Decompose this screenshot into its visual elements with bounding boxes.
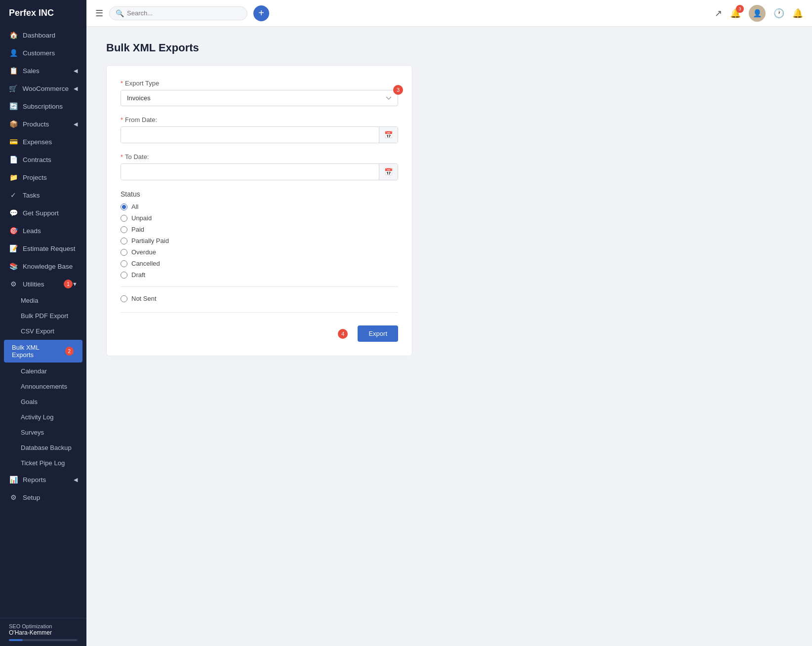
estimate-request-icon: 📝 xyxy=(9,244,18,252)
status-paid-label: Paid xyxy=(131,226,144,233)
setup-icon: ⚙ xyxy=(9,493,18,501)
sidebar-item-get-support[interactable]: 💬 Get Support xyxy=(0,204,86,222)
from-date-calendar-icon[interactable]: 📅 xyxy=(379,127,398,143)
sidebar-sub-item-database-backup[interactable]: Database Backup xyxy=(0,440,86,455)
status-all-radio[interactable] xyxy=(121,203,127,210)
search-input[interactable] xyxy=(127,9,241,17)
sidebar-sub-item-bulk-pdf-export[interactable]: Bulk PDF Export xyxy=(0,308,86,323)
sales-icon: 📋 xyxy=(9,67,18,75)
status-cancelled-label: Cancelled xyxy=(131,260,160,267)
search-icon: 🔍 xyxy=(116,9,124,17)
sidebar-item-contracts[interactable]: 📄 Contracts xyxy=(0,151,86,168)
sidebar-item-expenses[interactable]: 💳 Expenses xyxy=(0,133,86,151)
status-partially-paid-radio[interactable] xyxy=(121,238,127,244)
sidebar-item-sales[interactable]: 📋 Sales ◀ xyxy=(0,62,86,80)
sidebar-item-label: Utilities xyxy=(23,281,44,288)
status-draft[interactable]: Draft xyxy=(121,271,398,279)
status-cancelled[interactable]: Cancelled xyxy=(121,260,398,267)
export-type-wrapper: Invoices Estimates Credit Notes Expenses… xyxy=(121,90,398,106)
status-all[interactable]: All xyxy=(121,203,398,210)
sidebar-item-label: Reports xyxy=(23,476,46,484)
sidebar-sub-item-goals[interactable]: Goals xyxy=(0,394,86,409)
knowledge-base-icon: 📚 xyxy=(9,262,18,270)
status-extra-radio-group: Not Sent xyxy=(121,295,398,302)
status-unpaid[interactable]: Unpaid xyxy=(121,214,398,222)
sidebar-item-label: Products xyxy=(23,121,49,128)
woocommerce-arrow: ◀ xyxy=(74,85,78,92)
media-label: Media xyxy=(21,297,38,304)
avatar[interactable]: 👤 xyxy=(749,5,766,22)
sidebar-item-setup[interactable]: ⚙ Setup xyxy=(0,488,86,506)
sidebar-item-knowledge-base[interactable]: 📚 Knowledge Base xyxy=(0,257,86,275)
status-paid-radio[interactable] xyxy=(121,226,127,233)
to-date-wrapper: 📅 xyxy=(121,163,398,180)
sidebar-item-estimate-request[interactable]: 📝 Estimate Request xyxy=(0,240,86,257)
status-overdue-radio[interactable] xyxy=(121,249,127,256)
header-actions: ↗ 🔔 3 👤 🕐 🔔 xyxy=(715,5,803,22)
share-icon[interactable]: ↗ xyxy=(715,8,722,19)
task-progress-fill xyxy=(9,639,23,641)
status-draft-radio[interactable] xyxy=(121,272,127,279)
export-type-group: * Export Type Invoices Estimates Credit … xyxy=(121,80,398,106)
status-all-label: All xyxy=(131,203,138,210)
export-type-select[interactable]: Invoices Estimates Credit Notes Expenses… xyxy=(121,90,398,106)
products-arrow: ◀ xyxy=(74,121,78,127)
status-divider xyxy=(121,286,398,287)
status-partially-paid[interactable]: Partially Paid xyxy=(121,237,398,244)
sidebar-sub-item-media[interactable]: Media xyxy=(0,293,86,308)
sidebar-sub-item-activity-log[interactable]: Activity Log xyxy=(0,409,86,425)
content-area: Bulk XML Exports * Export Type Invoices … xyxy=(86,27,812,646)
sidebar-item-tasks[interactable]: ✓ Tasks xyxy=(0,186,86,204)
sidebar-item-woocommerce[interactable]: 🛒 WooCommerce ◀ xyxy=(0,80,86,97)
clock-icon[interactable]: 🕐 xyxy=(773,8,784,19)
bell-icon[interactable]: 🔔 xyxy=(792,8,803,19)
sidebar-sub-item-announcements[interactable]: Announcements xyxy=(0,379,86,394)
sidebar-item-products[interactable]: 📦 Products ◀ xyxy=(0,115,86,133)
add-button[interactable]: + xyxy=(253,5,269,21)
status-cancelled-radio[interactable] xyxy=(121,260,127,267)
utilities-icon: ⚙ xyxy=(9,280,18,288)
main-area: ☰ 🔍 + ↗ 🔔 3 👤 🕐 🔔 Bulk XML Exports * Exp xyxy=(86,0,812,646)
get-support-icon: 💬 xyxy=(9,209,18,217)
page-title: Bulk XML Exports xyxy=(106,41,792,54)
status-not-sent[interactable]: Not Sent xyxy=(121,295,398,302)
sidebar-item-label: Get Support xyxy=(23,209,59,217)
ticket-pipe-log-label: Ticket Pipe Log xyxy=(21,459,65,467)
export-type-text: Export Type xyxy=(125,80,159,87)
sidebar-item-subscriptions[interactable]: 🔄 Subscriptions xyxy=(0,97,86,115)
sidebar-item-dashboard[interactable]: 🏠 Dashboard xyxy=(0,26,86,44)
to-date-group: * To Date: 📅 xyxy=(121,153,398,180)
to-date-text: To Date: xyxy=(125,153,149,161)
from-date-wrapper: 📅 xyxy=(121,126,398,143)
sidebar-sub-item-bulk-xml-exports[interactable]: Bulk XML Exports 2 xyxy=(4,340,82,363)
export-type-label: * Export Type xyxy=(121,80,398,87)
to-date-calendar-icon[interactable]: 📅 xyxy=(379,164,398,180)
products-icon: 📦 xyxy=(9,120,18,128)
sidebar-item-customers[interactable]: 👤 Customers xyxy=(0,44,86,62)
status-not-sent-radio[interactable] xyxy=(121,295,127,302)
status-unpaid-radio[interactable] xyxy=(121,215,127,222)
database-backup-label: Database Backup xyxy=(21,444,72,451)
from-date-input[interactable] xyxy=(121,127,379,143)
sidebar-item-projects[interactable]: 📁 Projects xyxy=(0,168,86,186)
sidebar-sub-item-ticket-pipe-log[interactable]: Ticket Pipe Log xyxy=(0,455,86,471)
to-date-input[interactable] xyxy=(121,164,379,180)
leads-icon: 🎯 xyxy=(9,227,18,235)
sidebar-sub-item-calendar[interactable]: Calendar xyxy=(0,363,86,379)
sidebar-sub-item-surveys[interactable]: Surveys xyxy=(0,425,86,440)
bulk-xml-label: Bulk XML Exports xyxy=(12,344,61,359)
to-date-label: * To Date: xyxy=(121,153,398,161)
hamburger-icon[interactable]: ☰ xyxy=(95,8,103,19)
export-button[interactable]: Export xyxy=(358,325,398,342)
expenses-icon: 💳 xyxy=(9,138,18,146)
status-paid[interactable]: Paid xyxy=(121,226,398,233)
sidebar-item-label: Estimate Request xyxy=(23,245,76,252)
notifications-icon[interactable]: 🔔 3 xyxy=(730,8,741,19)
status-overdue[interactable]: Overdue xyxy=(121,248,398,256)
status-not-sent-label: Not Sent xyxy=(131,295,157,302)
sidebar-item-reports[interactable]: 📊 Reports ◀ xyxy=(0,471,86,488)
sidebar-sub-item-csv-export[interactable]: CSV Export xyxy=(0,323,86,339)
sidebar-item-utilities[interactable]: ⚙ Utilities 1 ▼ xyxy=(0,275,86,293)
contracts-icon: 📄 xyxy=(9,156,18,163)
sidebar-item-leads[interactable]: 🎯 Leads xyxy=(0,222,86,240)
